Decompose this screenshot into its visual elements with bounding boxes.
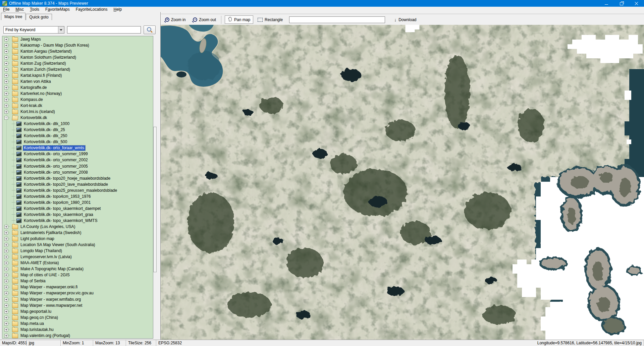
tree-item[interactable]: Kartverket.no (Norway): [2, 91, 153, 97]
expand-toggle-icon[interactable]: [4, 328, 8, 332]
expand-toggle-icon[interactable]: [4, 273, 8, 277]
expand-toggle-icon[interactable]: [4, 98, 8, 102]
expand-toggle-icon[interactable]: [4, 74, 8, 77]
tree-scrollbar-thumb[interactable]: [153, 127, 157, 272]
tree-item[interactable]: Map.turistautak.hu: [2, 327, 153, 333]
tree-item[interactable]: Map Warper - mapwarper.prov.vic.gov.au: [2, 290, 153, 296]
tab[interactable]: Quick goto: [26, 14, 52, 20]
download-button[interactable]: ↓ Download: [391, 16, 419, 23]
expand-toggle-icon[interactable]: [4, 334, 8, 338]
zoom-out-button[interactable]: Zoom out: [190, 16, 219, 23]
expand-toggle-icon[interactable]: [4, 298, 8, 301]
tree-item[interactable]: Map of Serbia: [2, 278, 153, 284]
tree-item[interactable]: Kortoverblik.dk- topo_skaermkort_WMTS: [2, 218, 153, 224]
tree-item[interactable]: Lvmgeoserver.lvm.lv (Latvia): [2, 254, 153, 260]
tree-item[interactable]: Kartat.kapsi.fi (Finland): [2, 72, 153, 78]
tree-item[interactable]: Kortoverblik.dk- dtk_500: [2, 139, 153, 145]
tree-item[interactable]: Kort-krak.dk: [2, 103, 153, 109]
tree-item[interactable]: Map Warper - warper.wmflabs.org: [2, 296, 153, 302]
tree-item[interactable]: Jawg Maps: [2, 36, 153, 42]
tree-item[interactable]: Kanton Solothurn (Switzerland): [2, 54, 153, 60]
toolbar-input[interactable]: [289, 16, 385, 23]
expand-toggle-icon[interactable]: [4, 279, 8, 283]
expand-toggle-icon[interactable]: [4, 243, 8, 247]
expand-toggle-icon[interactable]: [4, 68, 8, 71]
chevron-down-icon[interactable]: [58, 26, 64, 33]
menu-item[interactable]: FavoriteLocations: [73, 7, 111, 12]
minimize-button[interactable]: [599, 0, 614, 7]
tree-item[interactable]: Kanton Zurich (Switzerland): [2, 66, 153, 72]
tree-item[interactable]: Kort.lmi.is (Iceland): [2, 109, 153, 115]
expand-toggle-icon[interactable]: [4, 62, 8, 65]
tree-item[interactable]: LA County (Los Angeles, USA): [2, 224, 153, 230]
tree-item[interactable]: MAA-AMET (Estonia): [2, 260, 153, 266]
expand-toggle-icon[interactable]: [4, 249, 8, 253]
expand-toggle-icon[interactable]: [4, 56, 8, 59]
tree-item[interactable]: Map.valentim.org (Portugal): [2, 333, 153, 339]
expand-toggle-icon[interactable]: [4, 285, 8, 289]
keyword-input[interactable]: [67, 26, 141, 34]
expand-toggle-icon[interactable]: [4, 86, 8, 90]
tree-item[interactable]: Kortoverblik.dk- dtk_250: [2, 133, 153, 139]
pan-map-button[interactable]: Pan map: [225, 15, 253, 24]
tree-item[interactable]: Kortoverblik.dk- topo_skaermkort_graa: [2, 212, 153, 218]
tree-item[interactable]: Karten von Attika: [2, 78, 153, 84]
tree-item[interactable]: Kortoverblik.dk- dtk_25: [2, 127, 153, 133]
expand-toggle-icon[interactable]: [4, 38, 8, 41]
expand-toggle-icon[interactable]: [4, 104, 8, 108]
expand-toggle-icon[interactable]: [4, 291, 8, 295]
tree-item[interactable]: Kanton Zug (Switzerland): [2, 60, 153, 66]
tree-item[interactable]: Make A Topographic Map (Canada): [2, 266, 153, 272]
expand-toggle-icon[interactable]: [4, 255, 8, 259]
expand-toggle-icon[interactable]: [4, 44, 8, 47]
tree-item[interactable]: Kortoverblik.dk- topo4cm_1980_2001: [2, 199, 153, 206]
tree-item[interactable]: Kortoverblik.dk- orto_foraar_wmts: [2, 145, 153, 151]
tree-item[interactable]: Kartogiraffe.de: [2, 84, 153, 91]
expand-toggle-icon[interactable]: [4, 116, 8, 120]
search-button[interactable]: [144, 25, 156, 34]
expand-toggle-icon[interactable]: [4, 225, 8, 229]
expand-toggle-icon[interactable]: [4, 261, 8, 265]
rectangle-button[interactable]: Rectangle: [255, 16, 286, 23]
expand-toggle-icon[interactable]: [4, 304, 8, 307]
expand-toggle-icon[interactable]: [4, 237, 8, 241]
expand-toggle-icon[interactable]: [4, 267, 8, 271]
tree-item[interactable]: Kortoverblik.dk- orto_sommer_1999: [2, 151, 153, 157]
tab[interactable]: Maps tree: [1, 13, 25, 20]
tree-item[interactable]: Kakaomap - Daum Map (South Korea): [2, 42, 153, 48]
expand-toggle-icon[interactable]: [4, 80, 8, 83]
expand-toggle-icon[interactable]: [4, 310, 8, 313]
menu-item[interactable]: Help: [111, 7, 125, 12]
restore-button[interactable]: [614, 0, 629, 7]
tree-item[interactable]: Kortoverblik.dk: [2, 115, 153, 121]
tree-item[interactable]: Kortoverblik.dk- orto_sommer_2008: [2, 169, 153, 175]
tree-item[interactable]: Light pollution map: [2, 236, 153, 242]
tree-item[interactable]: Map Warper - mapwarper.onki.fi: [2, 284, 153, 290]
tree-item[interactable]: Map Warper - www.mapwarper.net: [2, 302, 153, 308]
tree-item[interactable]: Kortoverblik.dk- topo4cm_1953_1976: [2, 193, 153, 199]
zoom-in-button[interactable]: Zoom in: [162, 16, 189, 23]
tree-item[interactable]: Longdo Map (Thailand): [2, 248, 153, 254]
menu-item[interactable]: FavoriteMaps: [42, 7, 73, 12]
expand-toggle-icon[interactable]: [4, 50, 8, 53]
expand-toggle-icon[interactable]: [4, 92, 8, 96]
satellite-map-view[interactable]: [161, 25, 644, 340]
expand-toggle-icon[interactable]: [4, 316, 8, 320]
tree-item[interactable]: Map of cities of UAE - 2GIS: [2, 272, 153, 278]
tree-item[interactable]: Lantmateriets Fjallkarta (Swedish): [2, 230, 153, 236]
tree-item[interactable]: Kanton Aargau (Switzerland): [2, 48, 153, 54]
tree-item[interactable]: Map.geoq.cn (China): [2, 314, 153, 321]
expand-toggle-icon[interactable]: [4, 231, 8, 235]
expand-toggle-icon[interactable]: [4, 322, 8, 326]
menu-item[interactable]: File: [0, 7, 12, 12]
menu-item[interactable]: Misc: [12, 7, 27, 12]
tree-item[interactable]: Kortoverblik.dk- orto_sommer_2002: [2, 157, 153, 163]
tree-item[interactable]: Location SA Map Viewer (South Australia): [2, 242, 153, 248]
tree-item[interactable]: Kortoverblik.dk- topo_skaermkort_daempet: [2, 206, 153, 212]
menu-item[interactable]: Tools: [27, 7, 42, 12]
tree-item[interactable]: Kortoverblik.dk- orto_sommer_2005: [2, 163, 153, 169]
tree-item[interactable]: Kortoverblik.dk- dtk_1000: [2, 121, 153, 127]
tree-item[interactable]: Map.meta.ua: [2, 321, 153, 327]
find-mode-combobox[interactable]: Find by Keyword: [3, 26, 64, 34]
close-button[interactable]: [629, 0, 644, 7]
